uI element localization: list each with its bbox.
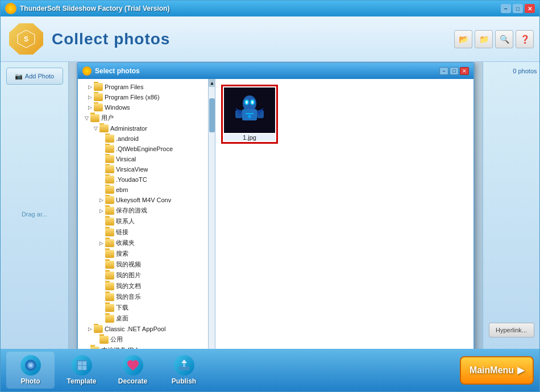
file-tree[interactable]: ▷ Program Files ▷ Program Files (x86) ▷ — [78, 79, 209, 349]
tree-item[interactable]: 公用 — [89, 334, 208, 345]
tree-item[interactable]: ▷ 收藏夹 — [95, 237, 208, 248]
expand-icon — [97, 145, 105, 153]
nav-item-decorate[interactable]: Decorate — [109, 352, 157, 389]
tree-item[interactable]: ebm — [95, 185, 208, 195]
expand-icon — [97, 293, 105, 301]
tree-item-label: 我的文档 — [116, 282, 141, 290]
tree-item-label: 我的图片 — [116, 271, 141, 280]
logo-shape: S — [9, 23, 43, 55]
tree-item-label: .YoudaoTC — [116, 176, 147, 183]
tree-item-label: Virsical — [116, 156, 136, 162]
vertical-scrollbar[interactable]: ▲ ▼ — [209, 79, 215, 349]
tree-item[interactable]: 我的视频 — [95, 259, 208, 270]
tree-item-label: Ukeysoft M4V Conv — [116, 197, 171, 203]
tree-item[interactable]: ▽ 用户 — [80, 112, 208, 123]
expand-icon — [97, 315, 105, 323]
folder-open-button[interactable]: 📂 — [454, 30, 472, 48]
expand-icon: ▷ — [86, 325, 94, 333]
svg-point-8 — [246, 101, 248, 104]
tree-item-label: Classic .NET AppPool — [105, 326, 165, 332]
expand-icon: ▷ — [82, 347, 90, 349]
photo-filename: 1.jpg — [224, 134, 275, 141]
expand-icon — [97, 176, 105, 184]
tree-item[interactable]: Virsical — [95, 154, 208, 164]
nav-item-publish[interactable]: Publish — [160, 352, 208, 389]
folder-icon — [105, 315, 114, 323]
folder-icon — [105, 145, 114, 153]
tree-item-label: 保存的游戏 — [116, 206, 147, 215]
tree-item[interactable]: ▷ Ukeysoft M4V Conv — [95, 195, 208, 205]
expand-icon — [92, 336, 99, 344]
tree-item[interactable]: ▷ Classic .NET AppPool — [84, 324, 208, 334]
main-menu-arrow-icon: ▶ — [517, 365, 524, 376]
tree-item-label: 本地磁盘 [D:] — [101, 346, 138, 349]
add-photo-label: Add Photo — [25, 73, 54, 80]
main-menu-button[interactable]: MainMenu ▶ — [460, 356, 534, 385]
tree-item[interactable]: 搜索 — [95, 248, 208, 259]
tree-item[interactable]: ▷ Program Files (x86) — [84, 92, 208, 102]
folder-icon — [105, 272, 114, 280]
folder-icon — [105, 176, 114, 184]
tree-item[interactable]: .YoudaoTC — [95, 174, 208, 185]
folder-icon — [105, 165, 114, 173]
tree-item[interactable]: ▷ Windows — [84, 102, 208, 112]
tree-item[interactable]: 我的音乐 — [95, 291, 208, 302]
expand-icon: ▽ — [82, 114, 90, 122]
dialog-title-icon — [82, 66, 92, 76]
expand-icon — [97, 304, 105, 312]
tree-item[interactable]: ▷ 保存的游戏 — [95, 205, 208, 216]
folder-icon — [105, 207, 114, 215]
drag-area-text: Drag ar... — [22, 211, 47, 218]
tree-item-label: Program Files — [105, 84, 143, 90]
title-bar: ⚡ ThunderSoft Slideshow Factory (Trial V… — [1, 1, 539, 16]
hyperlink-button[interactable]: Hyperlink... — [489, 323, 534, 337]
photo-thumbnail[interactable]: 1.jpg — [221, 85, 278, 144]
dialog-close-button[interactable]: ✕ — [460, 67, 469, 75]
tree-item[interactable]: 链接 — [95, 227, 208, 237]
scroll-up-button[interactable]: ▲ — [209, 79, 215, 87]
close-button[interactable]: ✕ — [525, 4, 535, 13]
tree-item-label: VirsicaView — [116, 166, 148, 173]
tree-item[interactable]: ▷ Program Files — [84, 82, 208, 92]
tree-item[interactable]: ▽ Administrator — [89, 123, 208, 134]
left-panel: 📷 Add Photo Drag ar... — [1, 62, 69, 349]
folder-new-button[interactable]: 📁 — [475, 30, 493, 48]
add-photo-button[interactable]: 📷 Add Photo — [6, 68, 63, 85]
tree-item[interactable]: 联系人 — [95, 216, 208, 227]
dialog-title-controls: − □ ✕ — [439, 67, 469, 75]
maximize-button[interactable]: □ — [513, 4, 523, 13]
folder-icon — [90, 347, 99, 349]
scrollbar-thumb[interactable] — [209, 98, 215, 132]
search-button[interactable]: 🔍 — [495, 30, 513, 48]
tree-item[interactable]: VirsicaView — [95, 164, 208, 174]
nav-item-template[interactable]: Template — [57, 352, 106, 389]
tree-item[interactable]: 下载 — [95, 302, 208, 313]
tree-item[interactable]: 我的图片 — [95, 270, 208, 281]
select-photos-dialog: Select photos − □ ✕ ▷ — [77, 62, 475, 349]
tree-item[interactable]: ▷ 本地磁盘 [D:] — [80, 345, 208, 349]
expand-icon: ▷ — [97, 207, 105, 215]
folder-icon — [90, 114, 99, 122]
expand-icon: ▽ — [92, 124, 99, 132]
folder-icon — [105, 186, 114, 194]
app-icon: ⚡ — [5, 3, 16, 14]
tree-item-label: 我的音乐 — [116, 293, 141, 301]
scrollbar-track — [209, 87, 215, 349]
nav-item-photo[interactable]: Photo — [6, 352, 55, 389]
tree-item[interactable]: 我的文档 — [95, 281, 208, 291]
minimize-button[interactable]: − — [501, 4, 511, 13]
folder-icon — [105, 155, 114, 163]
tree-item[interactable]: .android — [95, 134, 208, 144]
folder-icon — [105, 228, 114, 236]
expand-icon: ▷ — [86, 83, 94, 91]
tree-item-label: 公用 — [110, 335, 123, 344]
photo-area[interactable]: 1.jpg — [215, 79, 473, 349]
app-title: ThunderSoft Slideshow Factory (Trial Ver… — [20, 5, 501, 12]
dialog-minimize-button[interactable]: − — [439, 67, 448, 75]
tree-item[interactable]: 桌面 — [95, 313, 208, 324]
help-button[interactable]: ❓ — [516, 30, 534, 48]
title-controls: − □ ✕ — [501, 4, 535, 13]
dialog-maximize-button[interactable]: □ — [450, 67, 459, 75]
tree-item-label: Administrator — [110, 125, 147, 132]
tree-item[interactable]: .QtWebEngineProce — [95, 144, 208, 154]
